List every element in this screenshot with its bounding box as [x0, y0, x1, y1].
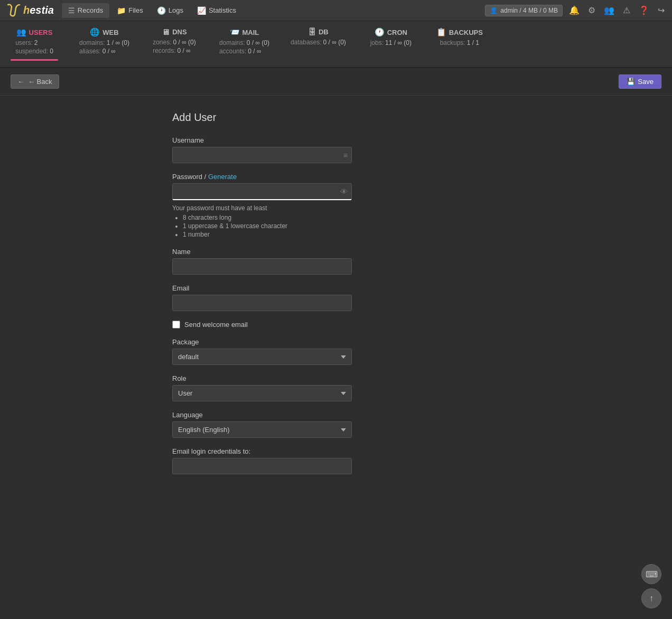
package-label: Package	[172, 338, 500, 346]
password-rules: Your password must have at least 8 chara…	[172, 204, 500, 238]
stat-row: domains:1 / ∞ (0)	[79, 39, 129, 46]
active-indicator	[11, 59, 58, 61]
role-label: Role	[172, 374, 500, 382]
password-input[interactable]	[172, 183, 352, 200]
navbar: hestia ☰ Records 📁 Files 🕐 Logs 📈 Statis…	[0, 0, 672, 21]
users-icon: 👥	[16, 27, 26, 37]
language-select[interactable]: English (English) French (Français)	[172, 421, 352, 438]
nav-files[interactable]: 📁 Files	[110, 3, 149, 18]
name-input[interactable]	[172, 258, 352, 275]
stat-mail-title: 📨 MAIL	[230, 27, 259, 37]
keyboard-button[interactable]: ⌨	[641, 564, 661, 584]
bottom-icons: ⌨ ↑	[641, 564, 661, 608]
nav-statistics-label: Statistics	[209, 6, 236, 14]
records-icon: ☰	[68, 6, 75, 15]
server-info-text: admin / 4 MB / 0 MB	[500, 7, 558, 14]
user-icon: 👤	[490, 7, 498, 14]
stat-dns-rows: zones:0 / ∞ (0) records:0 / ∞	[153, 39, 196, 54]
stat-mail[interactable]: 📨 MAIL domains:0 / ∞ (0) accounts:0 / ∞	[219, 27, 269, 55]
stat-db-rows: databases:0 / ∞ (0)	[291, 39, 346, 46]
stat-cron[interactable]: 🕐 CRON jobs:11 / ∞ (0)	[367, 27, 415, 46]
stat-users[interactable]: 👥 USERS users:2 suspended:0	[11, 27, 58, 61]
password-input-wrapper: 👁	[172, 183, 352, 200]
name-group: Name	[172, 248, 500, 275]
stat-mail-rows: domains:0 / ∞ (0) accounts:0 / ∞	[219, 39, 269, 55]
nav-items: ☰ Records 📁 Files 🕐 Logs 📈 Statistics	[62, 3, 485, 18]
server-info: 👤 admin / 4 MB / 0 MB	[485, 5, 563, 16]
password-group: Password / Generate 👁 Your password must…	[172, 173, 500, 238]
stat-users-title: 👥 USERS	[16, 27, 53, 37]
files-icon: 📁	[117, 6, 126, 15]
backups-icon: 📋	[436, 27, 446, 37]
email-input-wrapper	[172, 295, 352, 311]
role-select[interactable]: User Admin	[172, 385, 352, 401]
db-icon: 🗄	[308, 27, 316, 36]
logo-text: hestia	[23, 4, 54, 16]
toggle-password-icon[interactable]: 👁	[340, 187, 348, 196]
package-select[interactable]: default	[172, 349, 352, 365]
email-login-input[interactable]	[172, 458, 352, 474]
cron-icon: 🕐	[375, 27, 385, 37]
password-rules-title: Your password must have at least	[172, 204, 500, 212]
help-button[interactable]: ❓	[637, 3, 651, 17]
logo-h: h	[23, 4, 30, 16]
stat-row: users:2	[15, 39, 38, 46]
settings-button[interactable]: ⚙	[586, 3, 598, 17]
stat-dns[interactable]: 🖥 DNS zones:0 / ∞ (0) records:0 / ∞	[151, 27, 198, 54]
main-content: Add User Username ≡ Password / Generate …	[151, 96, 521, 500]
logout-button[interactable]: ↪	[656, 3, 667, 17]
logo: hestia	[5, 3, 54, 18]
stat-row: zones:0 / ∞ (0)	[153, 39, 196, 46]
stats-bar: 👥 USERS users:2 suspended:0 🌐 WEB domain…	[0, 21, 672, 68]
email-label: Email	[172, 284, 500, 292]
send-welcome-label[interactable]: Send welcome email	[184, 321, 248, 329]
email-group: Email	[172, 284, 500, 311]
stat-dns-title: 🖥 DNS	[162, 27, 186, 36]
nav-statistics[interactable]: 📈 Statistics	[191, 3, 242, 18]
stat-row: databases:0 / ∞ (0)	[291, 39, 346, 46]
email-login-input-wrapper	[172, 458, 352, 474]
nav-records-label: Records	[78, 6, 103, 14]
save-icon: 💾	[627, 78, 635, 86]
username-input[interactable]	[172, 147, 352, 163]
stat-web-title: 🌐 WEB	[90, 27, 118, 37]
stat-row: domains:0 / ∞ (0)	[219, 39, 269, 46]
stat-web[interactable]: 🌐 WEB domains:1 / ∞ (0) aliases:0 / ∞	[79, 27, 129, 55]
save-button[interactable]: 💾 Save	[619, 74, 661, 89]
back-button[interactable]: ← ← Back	[11, 74, 59, 89]
back-arrow-icon: ←	[17, 78, 24, 86]
save-button-label: Save	[638, 78, 654, 86]
navbar-right: 👤 admin / 4 MB / 0 MB 🔔 ⚙ 👥 ⚠ ❓ ↪	[485, 3, 667, 17]
nav-files-label: Files	[128, 6, 143, 14]
password-rule-3: 1 number	[183, 231, 500, 238]
package-group: Package default	[172, 338, 500, 365]
stat-db[interactable]: 🗄 DB databases:0 / ∞ (0)	[291, 27, 346, 46]
scroll-top-button[interactable]: ↑	[641, 588, 661, 608]
email-input[interactable]	[172, 295, 352, 311]
send-welcome-checkbox[interactable]	[172, 321, 180, 329]
send-welcome-group: Send welcome email	[172, 321, 500, 329]
nav-logs-label: Logs	[169, 6, 183, 14]
web-icon: 🌐	[90, 27, 100, 37]
stat-row: backups:1 / 1	[440, 39, 479, 46]
nav-logs[interactable]: 🕐 Logs	[151, 3, 190, 18]
stat-backups[interactable]: 📋 BACKUPS backups:1 / 1	[436, 27, 483, 46]
nav-records[interactable]: ☰ Records	[62, 3, 109, 18]
warning-button[interactable]: ⚠	[621, 3, 632, 17]
stat-cron-rows: jobs:11 / ∞ (0)	[370, 39, 412, 46]
logo-rest: estia	[30, 4, 54, 16]
user-management-button[interactable]: 👥	[602, 3, 617, 17]
generate-password-link[interactable]: Generate	[208, 173, 237, 181]
statistics-icon: 📈	[197, 6, 206, 15]
dns-icon: 🖥	[162, 27, 170, 36]
language-group: Language English (English) French (Franç…	[172, 411, 500, 438]
stat-db-title: 🗄 DB	[308, 27, 329, 36]
name-input-wrapper	[172, 258, 352, 275]
notification-bell-button[interactable]: 🔔	[567, 3, 582, 17]
stat-backups-rows: backups:1 / 1	[440, 39, 479, 46]
username-input-wrapper: ≡	[172, 147, 352, 163]
role-group: Role User Admin	[172, 374, 500, 401]
mail-icon: 📨	[230, 27, 240, 37]
stat-web-rows: domains:1 / ∞ (0) aliases:0 / ∞	[79, 39, 129, 55]
stat-row: records:0 / ∞	[153, 47, 191, 54]
